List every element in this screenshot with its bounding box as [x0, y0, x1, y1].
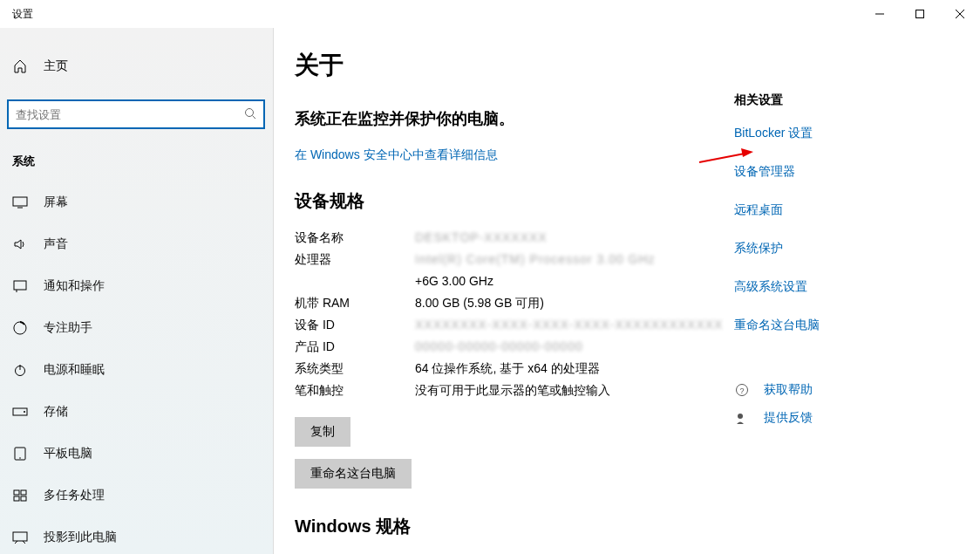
svg-text:?: ? [739, 386, 744, 395]
nav-item-label: 投影到此电脑 [44, 530, 117, 545]
spec-value-device-id: XXXXXXXX-XXXX-XXXX-XXXX-XXXXXXXXXXXX [415, 318, 723, 332]
related-link-device-manager[interactable]: 设备管理器 [734, 164, 954, 180]
nav-item-label: 平板电脑 [44, 446, 92, 462]
nav-item-multitasking[interactable]: 多任务处理 [7, 475, 266, 516]
window-title: 设置 [0, 7, 33, 22]
projecting-icon [12, 531, 28, 544]
spec-value-device-name: DESKTOP-XXXXXXX [415, 230, 548, 244]
nav-item-tablet[interactable]: 平板电脑 [7, 433, 266, 475]
power-icon [12, 363, 28, 377]
spec-value-processor: Intel(R) Core(TM) Processor 3.00 GHz [415, 252, 656, 266]
svg-rect-18 [21, 496, 26, 501]
focus-assist-icon [12, 321, 28, 335]
nav-item-notifications[interactable]: 通知和操作 [7, 265, 266, 307]
spec-label-product-id: 产品 ID [295, 339, 415, 355]
svg-rect-17 [14, 496, 19, 501]
nav-item-focus-assist[interactable]: 专注助手 [7, 307, 266, 349]
storage-icon [12, 407, 28, 416]
give-feedback-link[interactable]: 提供反馈 [734, 410, 954, 426]
svg-rect-8 [14, 281, 26, 290]
device-spec-table: 设备名称DESKTOP-XXXXXXX 处理器Intel(R) Core(TM)… [295, 230, 727, 405]
get-help-label: 获取帮助 [764, 382, 813, 398]
spec-value-ram: 8.00 GB (5.98 GB 可用) [415, 296, 727, 311]
svg-line-5 [253, 115, 256, 119]
rename-pc-button[interactable]: 重命名这台电脑 [295, 459, 412, 489]
maximize-icon [915, 10, 924, 18]
titlebar: 设置 [0, 0, 980, 28]
svg-rect-16 [21, 490, 26, 495]
protection-status: 系统正在监控并保护你的电脑。 [295, 108, 727, 129]
svg-rect-15 [14, 490, 19, 495]
spec-value-pen-touch: 没有可用于此显示器的笔或触控输入 [415, 383, 727, 399]
device-spec-title: 设备规格 [295, 189, 727, 213]
svg-rect-19 [13, 532, 27, 541]
tablet-icon [12, 447, 28, 461]
spec-label-system-type: 系统类型 [295, 361, 415, 377]
feedback-icon [734, 411, 750, 425]
spec-label-pen-touch: 笔和触控 [295, 383, 415, 399]
spec-label-processor: 处理器 [295, 252, 415, 268]
related-link-rename-pc[interactable]: 重命名这台电脑 [734, 318, 954, 333]
nav-item-projecting[interactable]: 投影到此电脑 [7, 516, 266, 554]
sidebar: 主页 系统 屏幕 声音 [0, 28, 274, 554]
related-link-advanced-system[interactable]: 高级系统设置 [734, 279, 954, 295]
maximize-button[interactable] [900, 0, 940, 28]
search-input[interactable] [9, 108, 237, 121]
give-feedback-label: 提供反馈 [764, 410, 813, 426]
spec-label-device-name: 设备名称 [295, 230, 415, 246]
multitasking-icon [12, 489, 28, 502]
display-icon [12, 196, 28, 209]
svg-point-4 [246, 108, 254, 116]
page-title: 关于 [295, 49, 727, 82]
svg-point-12 [24, 411, 25, 413]
svg-point-22 [738, 414, 743, 419]
window-controls [860, 0, 980, 28]
spec-label-ram: 机带 RAM [295, 296, 415, 311]
search-box[interactable] [7, 99, 265, 129]
security-center-link[interactable]: 在 Windows 安全中心中查看详细信息 [295, 147, 498, 161]
nav-list: 屏幕 声音 通知和操作 专注助手 电源和睡眠 [7, 181, 266, 554]
spec-value-processor-line2: +6G 3.00 GHz [415, 274, 727, 288]
svg-point-14 [19, 457, 21, 459]
sound-icon [12, 237, 28, 251]
home-button[interactable]: 主页 [7, 49, 266, 84]
category-header: 系统 [7, 150, 266, 181]
spec-value-system-type: 64 位操作系统, 基于 x64 的处理器 [415, 361, 727, 377]
nav-item-label: 屏幕 [44, 195, 68, 210]
copy-button[interactable]: 复制 [295, 417, 350, 447]
close-button[interactable] [940, 0, 980, 28]
nav-item-label: 专注助手 [44, 320, 92, 336]
nav-item-label: 多任务处理 [44, 488, 105, 503]
svg-rect-1 [916, 10, 924, 18]
nav-item-label: 通知和操作 [44, 278, 105, 294]
nav-item-display[interactable]: 屏幕 [7, 181, 266, 223]
close-icon [956, 10, 964, 18]
content-area: 关于 系统正在监控并保护你的电脑。 在 Windows 安全中心中查看详细信息 … [274, 28, 980, 554]
search-icon[interactable] [237, 107, 263, 122]
svg-rect-6 [13, 197, 27, 206]
related-link-bitlocker[interactable]: BitLocker 设置 [734, 126, 954, 141]
home-icon [12, 59, 28, 73]
related-link-system-protection[interactable]: 系统保护 [734, 241, 954, 256]
home-label: 主页 [44, 58, 68, 74]
related-settings-header: 相关设置 [734, 92, 954, 108]
notifications-icon [12, 280, 28, 292]
windows-spec-title: Windows 规格 [295, 515, 727, 538]
nav-item-power-sleep[interactable]: 电源和睡眠 [7, 349, 266, 391]
spec-label-device-id: 设备 ID [295, 318, 415, 333]
nav-item-label: 声音 [44, 236, 68, 252]
related-settings-panel: 相关设置 BitLocker 设置 设备管理器 远程桌面 系统保护 高级系统设置… [727, 49, 954, 554]
get-help-link[interactable]: ? 获取帮助 [734, 382, 954, 398]
related-link-remote-desktop[interactable]: 远程桌面 [734, 202, 954, 218]
minimize-button[interactable] [860, 0, 900, 28]
spec-value-product-id: 00000-00000-00000-00000 [415, 339, 583, 353]
nav-item-storage[interactable]: 存储 [7, 391, 266, 433]
nav-item-label: 存储 [44, 404, 68, 420]
minimize-icon [875, 10, 884, 18]
nav-item-sound[interactable]: 声音 [7, 223, 266, 265]
nav-item-label: 电源和睡眠 [44, 362, 105, 378]
help-icon: ? [734, 383, 750, 397]
